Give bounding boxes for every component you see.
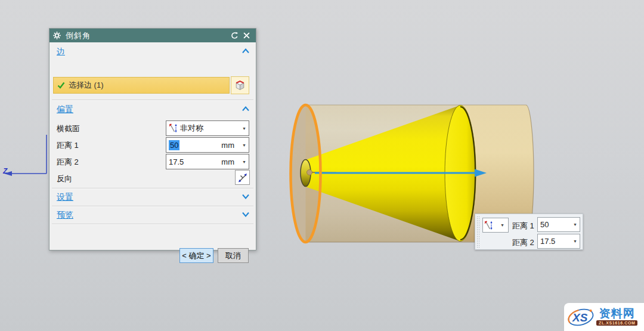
distance1-label: 距离 1 [57, 140, 79, 151]
asymmetric-icon [169, 123, 178, 133]
chevron-up-icon[interactable] [242, 106, 250, 112]
toolbar-drag-handle[interactable] [476, 216, 480, 248]
dialog-body: 边 选择边 (1) 偏置 横截面 [49, 42, 256, 250]
reset-icon [231, 32, 239, 39]
offset-group-title: 偏置 [57, 104, 73, 115]
reverse-direction-icon [238, 173, 247, 182]
preview-group-title: 预览 [57, 210, 73, 221]
offset-group-header[interactable]: 偏置 [49, 103, 256, 116]
watermark-monogram: XS [572, 311, 588, 324]
caret-down-icon[interactable]: ▼ [242, 143, 249, 147]
edge-group-header[interactable]: 边 [49, 45, 256, 58]
distance1-input[interactable]: 50 mm ▼ [166, 137, 249, 153]
distance2-value[interactable]: 17.5 [169, 157, 184, 166]
ok-button[interactable]: < 确定 > [179, 248, 213, 263]
watermark-site-name: 资料网 [599, 308, 635, 320]
mini-distance2-input[interactable]: 17.5 ▼ [537, 234, 580, 249]
reverse-label: 反向 [57, 174, 72, 184]
caret-down-icon[interactable]: ▼ [500, 223, 507, 227]
settings-group-title: 设置 [57, 192, 73, 203]
caret-down-icon[interactable]: ▼ [573, 239, 580, 243]
caret-down-icon[interactable]: ▼ [573, 222, 580, 227]
reset-button[interactable] [228, 30, 240, 41]
separator [52, 206, 253, 207]
mini-distance1-label: 距离 1 [512, 221, 534, 231]
separator [52, 100, 253, 101]
cube-icon [234, 79, 246, 92]
mini-distance2-value[interactable]: 17.5 [540, 237, 555, 246]
settings-group-header[interactable]: 设置 [49, 191, 256, 204]
dialog-title: 倒斜角 [66, 30, 91, 41]
chevron-down-icon[interactable] [242, 193, 250, 200]
reverse-direction-button[interactable] [235, 170, 250, 185]
mini-cross-section-dropdown[interactable]: ▼ [482, 218, 509, 233]
watermark: XS 资料网 ZL.XS1616.COM [564, 303, 644, 331]
separator [52, 224, 253, 225]
mini-distance1-input[interactable]: 50 ▼ [537, 217, 580, 232]
onscreen-input-toolbar: ▼ 距离 1 50 ▼ 距离 2 17.5 ▼ [475, 214, 583, 250]
close-button[interactable] [240, 30, 252, 41]
distance1-unit: mm [221, 141, 234, 150]
caret-down-icon[interactable]: ▼ [242, 126, 249, 131]
chevron-up-icon[interactable] [242, 48, 250, 54]
chamfer-dialog: 倒斜角 边 选择边 (1) [49, 28, 256, 250]
distance1-value[interactable]: 50 [169, 140, 179, 150]
chevron-down-icon[interactable] [242, 211, 250, 218]
watermark-site-url: ZL.XS1616.COM [596, 320, 637, 326]
z-axis-label: Z [3, 167, 7, 175]
distance2-input[interactable]: 17.5 mm ▼ [166, 154, 249, 169]
separator [52, 188, 253, 189]
cross-section-dropdown[interactable]: 非对称 ▼ [166, 120, 249, 136]
cross-section-label: 横截面 [57, 123, 80, 134]
check-icon [57, 82, 65, 89]
cross-section-value: 非对称 [180, 123, 203, 134]
mini-distance1-value[interactable]: 50 [540, 220, 549, 229]
mini-distance2-label: 距离 2 [512, 237, 534, 248]
dialog-titlebar[interactable]: 倒斜角 [49, 29, 256, 42]
select-edge-label: 选择边 (1) [69, 80, 104, 91]
select-edge-field[interactable]: 选择边 (1) [53, 77, 230, 94]
solid-body-filter-button[interactable] [231, 76, 249, 94]
distance2-unit: mm [221, 157, 234, 166]
distance2-label: 距离 2 [57, 157, 79, 168]
close-icon [243, 32, 250, 39]
caret-down-icon[interactable]: ▼ [242, 160, 249, 164]
asymmetric-icon [484, 221, 493, 230]
axis-point-marker [307, 170, 312, 175]
dialog-footer: < 确定 > 取消 [49, 248, 247, 264]
cancel-button[interactable]: 取消 [218, 248, 249, 263]
watermark-logo-icon: XS [566, 305, 595, 328]
edge-group-title: 边 [57, 47, 65, 57]
preview-group-header[interactable]: 预览 [49, 209, 256, 222]
gear-icon [53, 32, 61, 39]
